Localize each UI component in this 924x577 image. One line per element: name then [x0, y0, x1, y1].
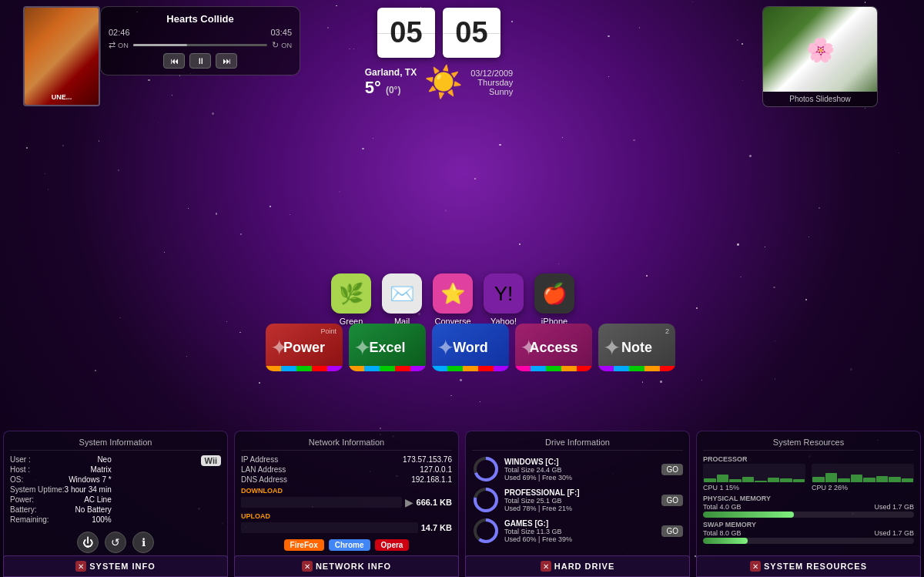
clock-digits: 05 05	[354, 8, 524, 58]
office-label-word: Word	[453, 340, 488, 356]
info-btn[interactable]: ℹ	[132, 532, 154, 553]
music-time-total: 03:45	[270, 28, 292, 37]
play-pause-button[interactable]: ⏸	[189, 53, 211, 69]
os-row: OS: Windows 7 *	[10, 475, 112, 484]
office-icon-note[interactable]: ✦ Note 2	[598, 324, 675, 371]
app-icon-emoji-mail: ✉️	[390, 282, 414, 306]
office-icon-power[interactable]: ✦ Power Point	[266, 324, 343, 371]
footer-close-1[interactable]: ✕	[302, 561, 313, 572]
browser-buttons: FireFox Chrome Opera	[241, 539, 452, 551]
app-icon-converse[interactable]: ⭐ Converse	[433, 273, 473, 326]
drive-row-1: PROFESSIONAL [F:] Total Size 25.1 GB Use…	[472, 486, 683, 514]
footer-item-0: ✕ SYSTEM INFO	[3, 555, 228, 577]
upload-value: 14.7 KB	[421, 523, 452, 532]
drive-chart-0	[472, 455, 500, 483]
drive-row-0: WINDOWS [C:] Total Size 24.4 GB Used 69%…	[472, 455, 683, 483]
office-ribbon-word	[432, 366, 509, 371]
drive-used-0: Used 69%	[504, 474, 537, 481]
firefox-btn[interactable]: FireFox	[284, 539, 324, 551]
app-icon-img-mail: ✉️	[382, 273, 422, 314]
music-time-current: 02:46	[109, 28, 130, 37]
photos-flowers-icon: 🌸	[806, 36, 835, 63]
drive-go-btn-0[interactable]: GO	[661, 464, 683, 475]
footer-close-2[interactable]: ✕	[541, 561, 551, 572]
download-label: DOWNLOAD	[241, 487, 452, 495]
opera-btn[interactable]: Opera	[375, 539, 410, 551]
footer-label-0: SYSTEM INFO	[89, 562, 156, 571]
download-bar: ▶ 666.1 KB	[241, 495, 452, 509]
weather-icon: ☀️	[424, 64, 463, 100]
drive-row-2: GAMES [G:] Total Size 11.3 GB Used 60% |…	[472, 517, 683, 545]
power-btn[interactable]: ⏻	[77, 532, 99, 553]
swap-used: Used 1.7 GB	[874, 529, 914, 537]
system-btn-row: ⏻ ↺ ℹ	[10, 532, 221, 553]
cpu2-pct: 26%	[834, 484, 848, 491]
photos-widget[interactable]: 🌸 Photos Slideshow	[762, 6, 878, 107]
footer-close-3[interactable]: ✕	[750, 561, 761, 572]
app-icon-emoji-converse: ⭐	[440, 282, 465, 306]
drive-go-btn-1[interactable]: GO	[661, 495, 683, 506]
swap-bar-fill	[703, 538, 748, 544]
app-icon-green[interactable]: 🌿 Green	[331, 273, 371, 326]
system-info-title: System Information	[10, 438, 221, 451]
office-icon-img-power: ✦ Power Point	[266, 324, 343, 371]
cpu1-graph	[703, 464, 805, 482]
footer-close-0[interactable]: ✕	[75, 561, 86, 572]
office-icon-img-excel: ✦ Excel	[349, 324, 426, 371]
app-icon-iphone[interactable]: 🍎 iPhone	[534, 273, 574, 326]
office-icon-img-note: ✦ Note 2	[598, 324, 675, 371]
app-icon-img-converse: ⭐	[433, 273, 473, 314]
download-value: 666.1 KB	[417, 498, 452, 507]
chrome-btn[interactable]: Chrome	[329, 539, 370, 551]
office-icon-access[interactable]: ✦ Access	[515, 324, 592, 371]
app-icon-yahoo[interactable]: Y! Yahoo!	[484, 273, 524, 326]
drive-info-0: WINDOWS [C:] Total Size 24.4 GB Used 69%…	[504, 458, 657, 481]
ip-row: IP Address 173.57.153.76	[241, 455, 452, 464]
footer-item-1: ✕ NETWORK INFO	[234, 555, 459, 577]
footer-label-2: HARD DRIVE	[554, 562, 614, 571]
upload-label: UPLOAD	[241, 512, 452, 520]
footer-item-2: ✕ HARD DRIVE	[465, 555, 690, 577]
drive-free-1: Free 21%	[542, 505, 572, 512]
office-icon-excel[interactable]: ✦ Excel	[349, 324, 426, 371]
drive-free-0: Free 30%	[542, 474, 572, 481]
drive-total-2: Total Size 11.3 GB	[504, 528, 562, 535]
app-icon-mail[interactable]: ✉️ Mail	[382, 273, 422, 326]
physical-total: Total 4.0 GB	[703, 503, 742, 511]
app-icon-emoji-iphone: 🍎	[542, 282, 567, 306]
app-icon-img-iphone: 🍎	[534, 273, 574, 314]
weather-right: 03/12/2009 Thursday Sunny	[470, 69, 513, 96]
download-graph	[241, 497, 402, 508]
office-sub-note: 2	[665, 327, 669, 335]
drive-chart-1	[472, 486, 500, 514]
next-button[interactable]: ⏭	[216, 53, 237, 69]
office-icon-img-word: ✦ Word	[432, 324, 509, 371]
drive-rows: WINDOWS [C:] Total Size 24.4 GB Used 69%…	[472, 455, 683, 545]
cpu2-item: CPU 2 26%	[812, 464, 914, 491]
office-icon-word[interactable]: ✦ Word	[432, 324, 509, 371]
drive-go-btn-2[interactable]: GO	[661, 525, 683, 537]
music-times: 02:46 03:45	[109, 28, 292, 37]
panel-footer: ✕ SYSTEM INFO ✕ NETWORK INFO ✕ HARD DRIV…	[0, 555, 924, 577]
processor-label: PROCESSOR	[703, 455, 914, 463]
drive-total-0: Total Size 24.4 GB	[504, 466, 562, 474]
office-label-note: Note	[621, 340, 652, 356]
physical-bar-fill	[703, 512, 794, 518]
clock-widget: 05 05 Garland, TX 5° (0°) ☀️ 03/12/2009 …	[354, 8, 524, 100]
physical-label: PHYSICAL MEMORY	[703, 495, 914, 502]
office-ribbon-access	[515, 366, 592, 371]
office-label-access: Access	[529, 340, 578, 356]
office-ribbon-power	[266, 366, 343, 371]
album-art: UNE...	[23, 6, 100, 106]
prev-button[interactable]: ⏮	[163, 53, 185, 69]
system-resources-title: System Resources	[703, 438, 914, 451]
drive-total-1: Total Size 25.1 GB	[504, 497, 562, 505]
office-label-excel: Excel	[369, 340, 405, 356]
music-widget: Hearts Collide 02:46 03:45 ⇄ ON ↻ ON ⏮ ⏸…	[100, 6, 300, 75]
app-icon-img-green: 🌿	[331, 273, 371, 314]
refresh-btn[interactable]: ↺	[105, 532, 126, 553]
weather-row: Garland, TX 5° (0°) ☀️ 03/12/2009 Thursd…	[354, 64, 524, 100]
drive-info-1: PROFESSIONAL [F:] Total Size 25.1 GB Use…	[504, 488, 657, 512]
system-info-details: User : Neo Host : Matrix OS: Windows 7 *…	[10, 455, 112, 525]
cpu1-item: CPU 1 15%	[703, 464, 805, 491]
